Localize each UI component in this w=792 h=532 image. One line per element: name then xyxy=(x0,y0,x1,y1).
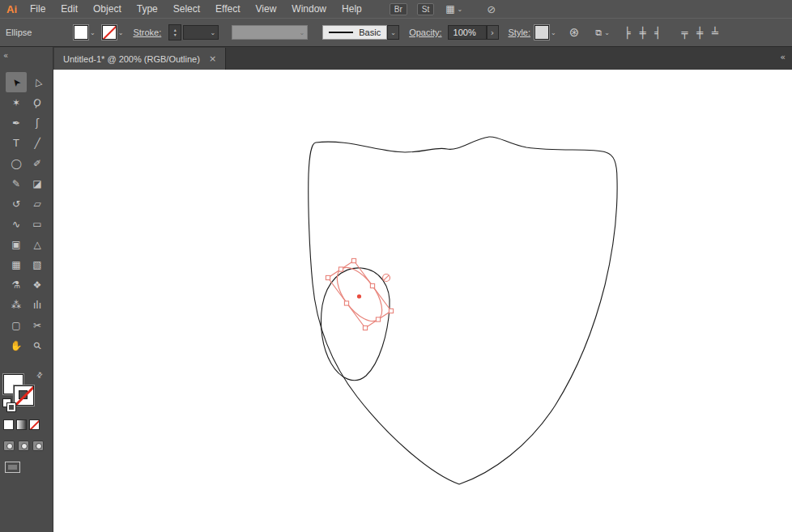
canvas-area[interactable] xyxy=(53,70,792,532)
gradient-tool-icon: ▧ xyxy=(32,259,41,270)
document-setup-button[interactable]: ⧉ ⌄ xyxy=(595,28,610,38)
fill-swatch[interactable] xyxy=(74,25,88,40)
swap-fill-stroke-icon[interactable]: ⇄ xyxy=(35,370,45,380)
stroke-weight-dropdown[interactable]: ⌄ xyxy=(183,25,219,40)
menu-effect[interactable]: Effect xyxy=(215,3,240,15)
menu-type[interactable]: Type xyxy=(137,3,158,15)
close-icon[interactable]: × xyxy=(209,53,216,64)
stroke-style-dropdown[interactable]: Basic xyxy=(322,25,387,40)
selection-handle[interactable] xyxy=(376,317,380,321)
hand-tool[interactable]: ✋ xyxy=(6,335,27,355)
selection-handle[interactable] xyxy=(389,309,393,313)
none-button[interactable] xyxy=(29,419,40,430)
slice-tool[interactable]: ✂ xyxy=(27,315,48,335)
collapse-panels-icon[interactable]: « xyxy=(780,52,786,62)
stroke-color-box[interactable] xyxy=(14,385,34,406)
line-segment-tool[interactable]: ╱ xyxy=(27,133,48,153)
stroke-weight-stepper[interactable]: ▴ ▾ xyxy=(168,24,181,40)
horizontal-align-center-button[interactable]: ╪ xyxy=(640,27,646,39)
illustrator-window: Ai FileEditObjectTypeSelectEffectViewWin… xyxy=(0,0,792,532)
stroke-label[interactable]: Stroke: xyxy=(133,28,161,37)
workspace-switcher[interactable]: ▦ ⌄ xyxy=(445,3,462,15)
vertical-align-top-button[interactable]: ╤ xyxy=(681,27,688,39)
eraser-tool[interactable]: ◪ xyxy=(27,173,48,194)
document-tab[interactable]: Untitled-1* @ 200% (RGB/Outline) × xyxy=(54,48,226,70)
selection-handle[interactable] xyxy=(351,258,356,262)
eyedropper-tool-icon: ⚗ xyxy=(12,279,21,291)
stroke-style-chevron-button[interactable]: ⌄ xyxy=(387,25,399,40)
menu-file[interactable]: File xyxy=(30,3,45,15)
outline-main-shape[interactable] xyxy=(309,137,617,484)
menu-select[interactable]: Select xyxy=(173,3,200,15)
symbol-sprayer-tool[interactable]: ⁂ xyxy=(6,295,27,315)
selection-handle[interactable] xyxy=(326,275,330,279)
free-transform-tool[interactable]: ▭ xyxy=(27,214,48,234)
stroke-color-control[interactable]: ⌄ xyxy=(102,25,124,40)
default-fill-stroke-icon[interactable] xyxy=(2,398,11,407)
selection-tool[interactable]: ➤ xyxy=(6,72,27,92)
type-tool[interactable]: T xyxy=(6,133,27,153)
opacity-input[interactable]: 100% xyxy=(448,25,487,40)
chevron-down-icon: ⌄ xyxy=(458,6,463,13)
style-label[interactable]: Style: xyxy=(509,28,531,37)
width-tool[interactable]: ∿ xyxy=(6,214,27,234)
screen-mode-button[interactable] xyxy=(5,462,20,473)
pencil-tool[interactable]: ✎ xyxy=(6,173,27,194)
stroke-none-swatch[interactable] xyxy=(102,25,117,40)
menu-help[interactable]: Help xyxy=(342,3,362,15)
recolor-artwork-icon[interactable]: ⊛ xyxy=(569,25,580,40)
gradient-tool[interactable]: ▧ xyxy=(27,254,48,275)
selection-handle[interactable] xyxy=(370,283,374,287)
gradient-button[interactable] xyxy=(16,419,27,430)
menu-window[interactable]: Window xyxy=(292,3,326,15)
color-button[interactable] xyxy=(3,419,14,430)
outline-inner-blob[interactable] xyxy=(321,268,390,381)
mesh-tool[interactable]: ▦ xyxy=(6,254,27,275)
sync-disabled-icon[interactable]: ⊘ xyxy=(487,3,496,15)
fill-color-control[interactable]: ⌄ xyxy=(74,25,96,40)
scale-tool[interactable]: ▱ xyxy=(27,194,48,214)
brush-definition-dropdown[interactable]: ⌄ xyxy=(232,25,308,40)
chevron-right-icon: › xyxy=(491,28,494,38)
selected-tool-label: Ellipse xyxy=(0,28,74,37)
style-swatch[interactable] xyxy=(534,25,549,40)
style-dropdown[interactable]: ⌄ xyxy=(534,25,556,40)
eyedropper-tool[interactable]: ⚗ xyxy=(6,275,27,295)
direct-selection-tool[interactable]: ▷ xyxy=(27,72,48,92)
magic-wand-tool[interactable]: ✶ xyxy=(6,92,27,113)
column-graph-tool[interactable]: ılı xyxy=(27,295,48,315)
line-sample-icon xyxy=(329,32,353,33)
vertical-align-bottom-button[interactable]: ╧ xyxy=(712,27,718,39)
stock-button[interactable]: St xyxy=(417,3,434,15)
artboard-tool[interactable]: ▢ xyxy=(6,315,27,335)
selection-handle[interactable] xyxy=(363,326,367,330)
app-logo-icon[interactable]: Ai xyxy=(6,3,17,15)
rotate-tool[interactable]: ↺ xyxy=(6,194,27,214)
opacity-options-button[interactable]: › xyxy=(487,25,499,40)
vertical-align-center-button[interactable]: ╪ xyxy=(696,27,703,39)
shape-builder-tool[interactable]: ▣ xyxy=(6,234,27,254)
pen-tool[interactable]: ✒ xyxy=(6,113,27,133)
curvature-tool[interactable]: ʃ xyxy=(27,113,48,133)
menu-edit[interactable]: Edit xyxy=(61,3,78,15)
selection-handle[interactable] xyxy=(339,267,343,271)
horizontal-align-right-button[interactable]: ╡ xyxy=(655,27,662,39)
ellipse-tool[interactable]: ◯ xyxy=(6,153,27,173)
draw-inside-button[interactable] xyxy=(32,440,44,451)
zoom-tool[interactable]: ⚲ xyxy=(27,335,48,355)
horizontal-align-left-button[interactable]: ╞ xyxy=(624,27,631,39)
selection-center-point[interactable] xyxy=(357,294,361,298)
collapse-tools-icon[interactable]: « xyxy=(3,51,8,60)
lasso-tool[interactable]: Ϙ xyxy=(27,92,48,113)
opacity-label[interactable]: Opacity: xyxy=(409,28,441,37)
perspective-grid-tool[interactable]: △ xyxy=(27,234,48,254)
menu-object[interactable]: Object xyxy=(93,3,121,15)
selection-handle[interactable] xyxy=(344,301,348,305)
draw-behind-button[interactable] xyxy=(18,440,29,451)
draw-normal-button[interactable] xyxy=(3,440,15,451)
bridge-button[interactable]: Br xyxy=(390,3,407,15)
blend-tool[interactable]: ❖ xyxy=(27,275,48,295)
paintbrush-tool[interactable]: ✐ xyxy=(27,153,48,173)
menu-view[interactable]: View xyxy=(256,3,277,15)
direct-selection-tool-icon: ▷ xyxy=(31,77,44,88)
